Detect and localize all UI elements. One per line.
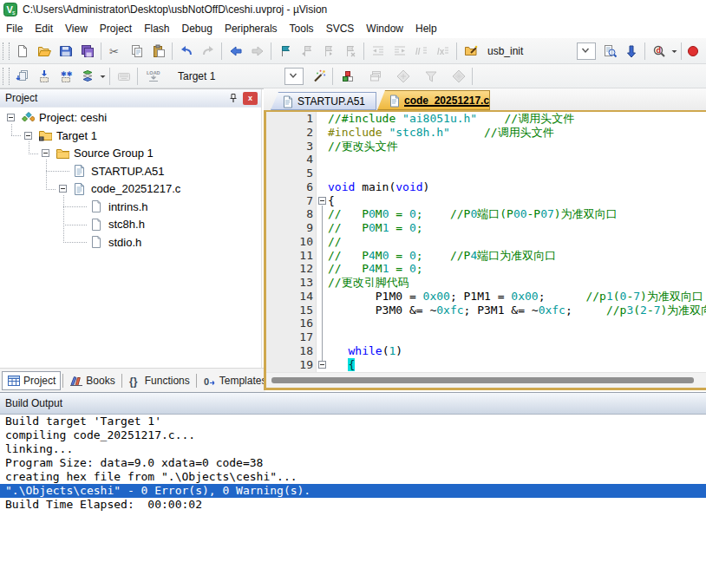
paste-icon (152, 44, 166, 58)
menu-tools[interactable]: Tools (284, 19, 320, 38)
tree-item-startup-a51[interactable]: STARTUP.A51 (73, 162, 165, 180)
manage-components-button[interactable] (337, 66, 357, 87)
search-combobox[interactable]: usb_init (481, 42, 575, 61)
title-bar: Vs C:\Users\Administrator\Desktop\usbNot… (0, 0, 706, 19)
build-target-button[interactable] (34, 66, 54, 87)
tree-item-stdio-h[interactable]: stdio.h (90, 233, 141, 251)
navigate-back-icon (229, 44, 243, 58)
toolbar-separator (472, 68, 473, 85)
toggle-bookmark-button[interactable] (275, 41, 295, 62)
document-icon (389, 95, 401, 107)
batch-build-button[interactable] (77, 66, 97, 87)
scrollbar-thumb[interactable] (271, 377, 694, 383)
menu-view[interactable]: View (59, 19, 94, 38)
tree-item-intrins-h[interactable]: intrins.h (90, 198, 148, 215)
horizontal-scrollbar[interactable] (266, 372, 706, 388)
svg-text:d: d (656, 46, 661, 55)
line-number: 12 (299, 262, 313, 276)
redo-icon (201, 44, 215, 58)
panel-tab-books[interactable]: Books (65, 371, 119, 390)
new-file-button[interactable] (12, 41, 32, 62)
tree-item-project-ceshi[interactable]: Project: ceshi (21, 109, 107, 127)
build-output-line: Build Time Elapsed: 00:00:02 (0, 498, 706, 512)
line-number: 5 (306, 167, 313, 180)
pin-button[interactable] (226, 92, 240, 105)
save-all-button[interactable] (77, 41, 97, 62)
insert-breakpoint-button[interactable] (684, 41, 702, 62)
panel-splitter[interactable] (261, 89, 262, 392)
find-dialog-caret-button[interactable] (670, 42, 678, 61)
menu-edit[interactable]: Edit (29, 19, 59, 38)
panel-tab-functions[interactable]: {}Functions (124, 371, 194, 390)
svg-text://: // (415, 47, 421, 56)
menu-svcs[interactable]: SVCS (320, 19, 361, 38)
tree-expander-minus[interactable] (24, 132, 32, 140)
previous-bookmark-button (297, 41, 317, 62)
menu-project[interactable]: Project (94, 19, 138, 38)
search-combobox-dropdown-button[interactable] (577, 42, 596, 60)
navigate-back-button[interactable] (226, 41, 245, 62)
menu-help[interactable]: Help (409, 19, 443, 38)
code-editor[interactable]: 12345678910111213141516171819 //#include… (264, 110, 706, 390)
editor-tab-startup-a51[interactable]: STARTUP.A51 (271, 92, 376, 110)
toggle-bookmark-icon (278, 44, 292, 58)
uncomment-selection-icon: /x (436, 44, 450, 58)
menu-flash[interactable]: Flash (138, 19, 175, 38)
line-number: 18 (299, 344, 313, 358)
tree-item-code-20251217-c[interactable]: code_20251217.c (73, 180, 180, 198)
cut-button[interactable]: ✂ (105, 41, 125, 62)
paste-button[interactable] (148, 41, 168, 62)
incremental-find-button[interactable] (621, 41, 641, 62)
navigate-forward-button (247, 41, 267, 62)
new-file-icon (16, 44, 29, 58)
line-number: 15 (299, 304, 313, 317)
fold-marker[interactable] (318, 361, 326, 369)
find-in-document-button[interactable] (599, 41, 619, 62)
toolbar-grip[interactable] (3, 68, 10, 85)
build-output-title: Build Output (5, 397, 62, 409)
find-dialog-button[interactable]: d (649, 41, 669, 62)
fold-marker[interactable] (318, 197, 326, 205)
incremental-find-icon (624, 44, 638, 58)
menu-peripherals[interactable]: Peripherals (219, 19, 284, 38)
tree-guide-line (63, 206, 88, 207)
open-file-button[interactable] (34, 41, 54, 62)
menu-file[interactable]: File (0, 19, 29, 38)
panel-tab-templates[interactable]: 0Templates (199, 371, 271, 390)
download-to-flash-button[interactable]: LOAD (141, 66, 167, 87)
tab-separator (62, 374, 63, 388)
tree-expander-minus[interactable] (59, 185, 67, 193)
menu-window[interactable]: Window (360, 19, 409, 38)
tree-expander-minus[interactable] (42, 149, 49, 157)
copy-button[interactable] (127, 41, 147, 62)
target-options-button[interactable] (309, 66, 329, 87)
uncomment-selection-button: /x (433, 41, 453, 62)
tree-item-stc8h-h[interactable]: stc8h.h (90, 216, 145, 233)
undo-button[interactable] (176, 41, 196, 62)
tree-guide-line (46, 171, 70, 172)
menu-debug[interactable]: Debug (176, 19, 219, 38)
toolbar-separator (456, 42, 457, 60)
toolbar-separator (332, 68, 333, 85)
editor-tab-code-20251217-c[interactable]: code_20251217.c (377, 90, 490, 110)
target-select-combobox[interactable]: Target 1 (172, 67, 283, 86)
tree-item-source-group-1[interactable]: Source Group 1 (56, 145, 154, 162)
translate-file-button[interactable] (12, 66, 32, 87)
next-bookmark-button (318, 41, 338, 62)
rebuild-all-button[interactable]: ✱✱ (56, 66, 75, 87)
code-area[interactable]: //#include "ai8051u.h" //调用头文件#include "… (328, 112, 706, 372)
tree-item-label: stdio.h (108, 236, 141, 249)
toolbar-grip[interactable] (3, 42, 10, 60)
file-plain-icon (90, 235, 104, 249)
close-panel-button[interactable]: x (243, 92, 258, 105)
tree-expander-minus[interactable] (7, 114, 15, 121)
batch-build-caret-button[interactable] (98, 67, 107, 86)
books-icon (69, 374, 83, 388)
save-button[interactable] (56, 41, 75, 62)
build-output-line: linking... (0, 442, 706, 456)
toolbar-separator (137, 68, 138, 85)
target-select-combobox-dropdown-button[interactable] (284, 68, 304, 85)
tree-item-target-1[interactable]: Target 1 (38, 127, 97, 144)
panel-tab-project[interactable]: Project (2, 371, 61, 390)
find-in-files-button[interactable] (461, 41, 480, 62)
